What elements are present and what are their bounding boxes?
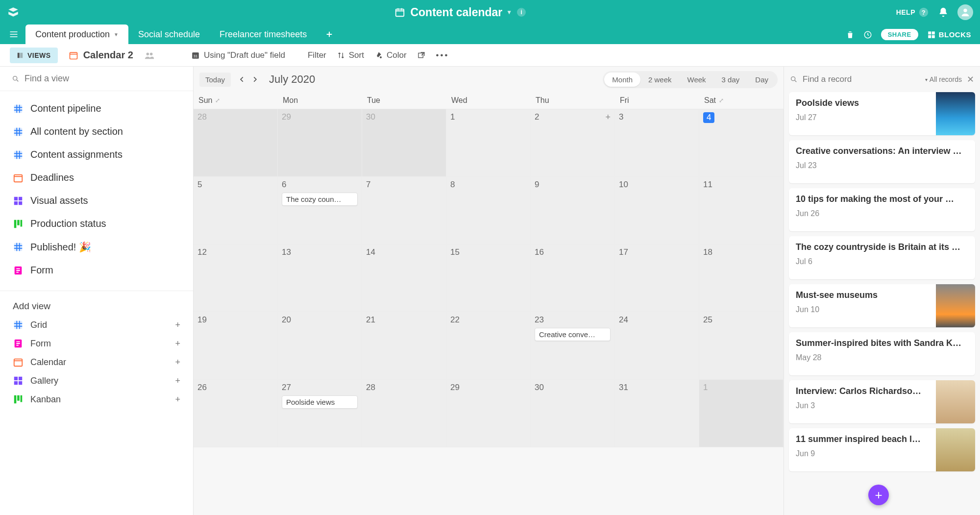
calendar-cell[interactable]: 20+ [278,312,362,380]
calendar-cell[interactable]: 16+ [531,245,615,312]
info-icon[interactable]: i [517,8,526,17]
next-month-button[interactable] [249,74,260,85]
find-record-input[interactable] [803,74,920,84]
calendar-cell[interactable]: 4+ [699,109,784,177]
calendar-cell[interactable]: 30+ [531,380,615,447]
close-records-button[interactable]: ✕ [967,74,974,85]
calendar-cell[interactable]: 8+ [446,177,531,245]
add-view-option[interactable]: Form+ [0,334,193,353]
add-view-option[interactable]: Gallery+ [0,371,193,390]
calendar-cell[interactable]: 14+ [362,245,446,312]
scope-pill[interactable]: Month [604,73,640,87]
user-avatar[interactable] [957,4,973,20]
find-view-search[interactable] [0,67,193,91]
calendar-cell[interactable]: 28+ [362,380,446,447]
calendar-cell[interactable]: 7+ [362,177,446,245]
add-view-option[interactable]: Grid+ [0,316,193,334]
sidebar-view-item[interactable]: Deadlines [4,166,189,189]
calendar-cell[interactable]: 27+Poolside views [278,380,362,447]
calendar-cell[interactable]: 13+ [278,245,362,312]
record-card[interactable]: 10 tips for making the most of your …Jun… [789,188,975,231]
color-button[interactable]: Color [375,50,407,60]
prev-month-button[interactable] [237,74,247,85]
calendar-cell[interactable]: 5+ [194,177,278,245]
sidebar-view-item[interactable]: Published! 🎉 [4,235,189,259]
app-logo[interactable] [7,6,20,19]
calendar-event[interactable]: The cozy coun… [282,193,358,206]
blocks-button[interactable]: BLOCKS [927,30,971,39]
sidebar-view-item[interactable]: Content pipeline [4,97,189,120]
calendar-cell[interactable]: 19+ [194,312,278,380]
trash-icon[interactable] [846,30,855,39]
calendar-cell[interactable]: 1+ [446,109,531,177]
filter-button[interactable]: Filter [296,50,326,60]
views-toggle[interactable]: VIEWS [10,48,58,63]
find-view-input[interactable] [24,74,181,84]
sidebar-view-item[interactable]: Content assignments [4,143,189,166]
calendar-cell[interactable]: 23+Creative conve… [531,312,615,380]
calendar-cell[interactable]: 31+ [615,380,699,447]
sidebar-view-item[interactable]: All content by section [4,120,189,143]
calendar-cell[interactable]: 29+ [278,109,362,177]
scope-pill[interactable]: 3 day [714,73,748,87]
base-title[interactable]: Content calendar ▼ [410,6,512,19]
date-field-button[interactable]: 31 Using "Draft due" field [191,50,285,60]
add-view-option[interactable]: Calendar+ [0,353,193,371]
calendar-cell[interactable]: 17+ [615,245,699,312]
calendar-cell[interactable]: 26+ [194,380,278,447]
sort-button[interactable]: Sort [337,50,364,60]
sidebar-view-item[interactable]: Visual assets [4,189,189,212]
table-tab[interactable]: Social schedule [128,25,210,44]
record-card[interactable]: Creative conversations: An interview …Ju… [789,140,975,183]
calendar-cell[interactable]: 24+ [615,312,699,380]
add-event-icon[interactable]: + [605,112,611,123]
record-card[interactable]: 11 summer inspired beach l…Jun 9 [789,428,975,471]
current-view-name[interactable]: Calendar 2 [69,49,133,61]
calendar-cell[interactable]: 22+ [446,312,531,380]
expand-icon[interactable]: ⤢ [719,97,724,104]
scope-pill[interactable]: Week [680,73,714,87]
calendar-cell[interactable]: 30+ [362,109,446,177]
calendar-cell[interactable]: 1+ [699,380,784,447]
all-records-dropdown[interactable]: ▾ All records [925,75,962,83]
scope-pill[interactable]: Day [747,73,776,87]
table-tab[interactable]: Freelancer timesheets [210,25,317,44]
collaborators-icon[interactable] [144,50,155,61]
add-view-option[interactable]: Kanban+ [0,390,193,409]
record-card[interactable]: Must-see museumsJun 10 [789,284,975,327]
notifications-icon[interactable] [938,7,949,18]
calendar-cell[interactable]: 9+ [531,177,615,245]
add-table-button[interactable] [322,27,336,41]
share-button[interactable]: SHARE [881,29,918,40]
record-card[interactable]: Interview: Carlos Richardso…Jun 3 [789,380,975,423]
calendar-cell[interactable]: 3+ [615,109,699,177]
calendar-cell[interactable]: 6+The cozy coun… [278,177,362,245]
record-card[interactable]: The cozy countryside is Britain at its …… [789,236,975,279]
calendar-cell[interactable]: 29+ [446,380,531,447]
calendar-cell[interactable]: 11+ [699,177,784,245]
add-record-fab[interactable]: + [868,485,889,505]
calendar-cell[interactable]: 15+ [446,245,531,312]
share-view-icon[interactable] [417,51,425,59]
record-card[interactable]: Poolside viewsJul 27 [789,92,975,135]
hamburger-icon[interactable] [7,27,21,41]
calendar-event[interactable]: Poolside views [282,395,358,409]
expand-icon[interactable]: ⤢ [215,97,220,104]
calendar-cell[interactable]: 25+ [699,312,784,380]
table-tab[interactable]: Content production▼ [25,25,128,44]
calendar-cell[interactable]: 2+ [531,109,615,177]
record-card[interactable]: Summer-inspired bites with Sandra K…May … [789,332,975,375]
today-button[interactable]: Today [199,73,231,87]
calendar-cell[interactable]: 10+ [615,177,699,245]
calendar-cell[interactable]: 18+ [699,245,784,312]
help-button[interactable]: HELP ? [896,7,929,18]
calendar-cell[interactable]: 28+ [194,109,278,177]
scope-pill[interactable]: 2 week [640,73,680,87]
calendar-event[interactable]: Creative conve… [535,328,611,341]
sidebar-view-item[interactable]: Form [4,259,189,282]
more-options-button[interactable]: ••• [436,50,449,60]
calendar-cell[interactable]: 12+ [194,245,278,312]
calendar-cell[interactable]: 21+ [362,312,446,380]
sidebar-view-item[interactable]: Production status [4,212,189,235]
history-icon[interactable] [863,30,872,39]
